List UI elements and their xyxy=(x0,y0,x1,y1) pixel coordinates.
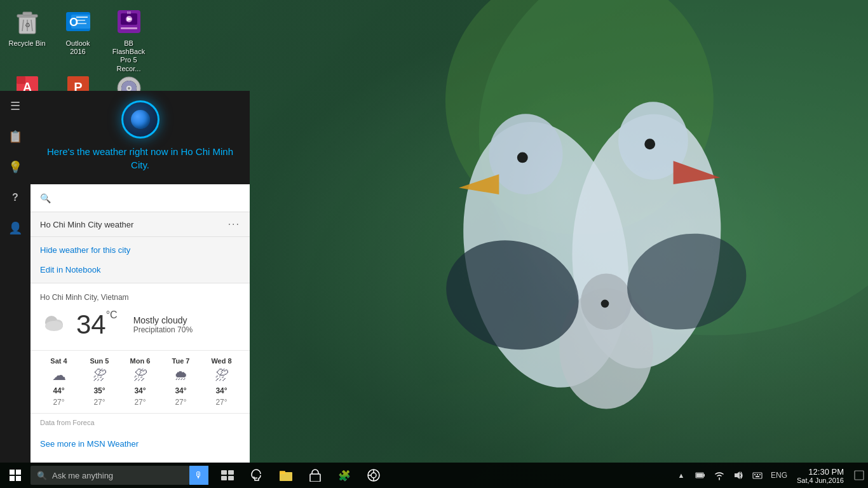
cortana-message: Here's the weather right now in Ho Chi M… xyxy=(43,145,237,172)
forecast-day-sat4-high: 44° xyxy=(53,386,64,395)
desktop-icon-bbflashback[interactable]: BB BB FlashBack Pro 5 Recor... xyxy=(105,3,153,76)
network-icon xyxy=(714,470,724,480)
forecast-day-wed8-icon: ⛈ xyxy=(215,367,229,384)
svg-rect-72 xyxy=(759,474,761,475)
see-more-msn-weather[interactable]: See more in MSN Weather xyxy=(40,439,139,449)
svg-rect-74 xyxy=(855,471,864,480)
taskbar-right: ▲ xyxy=(672,463,868,488)
notification-button[interactable] xyxy=(850,463,868,488)
volume-icon xyxy=(733,470,743,480)
current-weather-icon xyxy=(40,308,67,341)
forecast-day-wed8-high: 34° xyxy=(215,386,227,395)
forecast-day-wed8-name: Wed 8 xyxy=(211,357,231,365)
sidebar-item-interests[interactable]: 💡 xyxy=(0,152,31,182)
svg-rect-71 xyxy=(757,474,758,475)
edge-icon xyxy=(250,469,263,482)
cortana-logo xyxy=(121,100,159,139)
store-button[interactable] xyxy=(301,463,329,488)
clock[interactable]: 12:30 PM Sat,4 Jun,2016 xyxy=(792,463,849,488)
edit-notebook-button[interactable]: Edit in Notebook xyxy=(31,260,250,280)
search-icon: 🔍 xyxy=(37,471,47,480)
svg-text:♻: ♻ xyxy=(24,22,30,29)
weather-description: Mostly cloudy Precipitation 70% xyxy=(133,315,193,334)
forecast-day-wed8-low: 27° xyxy=(215,398,227,407)
cortana-search-icon: 🔍 xyxy=(40,193,51,203)
language-indicator[interactable]: ENG xyxy=(768,463,790,488)
weather-temperature: 34 xyxy=(76,309,106,340)
svg-point-15 xyxy=(644,139,655,149)
outlook-icon: O xyxy=(63,6,93,37)
weather-more-button[interactable]: ··· xyxy=(228,219,240,230)
language-label: ENG xyxy=(771,471,787,480)
weather-precipitation: Precipitation 70% xyxy=(133,325,193,334)
mic-icon: 🎙 xyxy=(194,470,203,480)
network-icon-tray[interactable] xyxy=(710,463,728,488)
search-mic-button[interactable]: 🎙 xyxy=(189,466,208,485)
weather-main: 34 °C Mostly cloudy Precipitation 70% xyxy=(40,308,240,341)
hamburger-icon: ☰ xyxy=(10,99,20,113)
battery-icon-tray[interactable] xyxy=(691,463,709,488)
sidebar-item-profile[interactable]: 👤 xyxy=(0,213,31,243)
forecast-day-sun5: Sun 5 ⛈ 35° 27° xyxy=(81,357,118,407)
chrome-button[interactable] xyxy=(360,463,388,488)
svg-rect-29 xyxy=(76,23,86,24)
svg-marker-68 xyxy=(735,471,740,479)
sidebar-item-help[interactable]: ? xyxy=(0,182,31,213)
forecast-day-sun5-name: Sun 5 xyxy=(90,357,109,365)
hide-weather-button[interactable]: Hide weather for this city xyxy=(31,240,250,260)
hamburger-menu[interactable]: ☰ xyxy=(0,91,31,121)
task-view-button[interactable] xyxy=(214,463,241,488)
svg-point-14 xyxy=(517,152,528,163)
forecast-grid: Sat 4 ☁ 44° 27° Sun 5 ⛈ 35° 27° Mon 6 ⛈ … xyxy=(40,357,240,407)
temp-display: 34 °C xyxy=(76,309,118,340)
battery-icon xyxy=(695,470,705,480)
desktop-icon-recycle-bin[interactable]: ♻ Recycle Bin xyxy=(3,3,51,76)
taskbar-center: 🧩 xyxy=(214,463,388,488)
notification-icon xyxy=(854,470,864,480)
weather-header: Ho Chi Minh City weather ··· xyxy=(31,212,250,237)
volume-icon-tray[interactable] xyxy=(729,463,747,488)
keyboard-icon xyxy=(752,470,763,480)
start-button[interactable] xyxy=(0,463,31,488)
svg-rect-34 xyxy=(121,27,137,29)
desktop-icon-outlook[interactable]: O Outlook 2016 xyxy=(54,3,102,76)
search-box[interactable]: 🔍 Ask me anything xyxy=(31,466,189,485)
svg-rect-69 xyxy=(753,473,762,478)
svg-point-48 xyxy=(45,321,63,331)
outlook-label: Outlook 2016 xyxy=(57,39,98,56)
weather-desc-main: Mostly cloudy xyxy=(133,315,193,325)
svg-text:BB: BB xyxy=(126,11,131,15)
puzzle-app-button[interactable]: 🧩 xyxy=(330,463,358,488)
cortana-search-bar[interactable]: 🔍 xyxy=(31,184,250,212)
svg-rect-28 xyxy=(76,20,85,21)
taskbar: 🔍 Ask me anything 🎙 xyxy=(0,463,868,488)
help-icon: ? xyxy=(12,192,18,203)
store-icon xyxy=(309,469,322,482)
bbflashback-label: BB FlashBack Pro 5 Recor... xyxy=(108,39,149,73)
svg-rect-51 xyxy=(10,476,15,481)
system-tray-chevron[interactable]: ▲ xyxy=(672,463,690,488)
edge-browser-button[interactable] xyxy=(243,463,271,488)
sidebar-item-notebook[interactable]: 📋 xyxy=(0,121,31,152)
forecast-day-sat4-name: Sat 4 xyxy=(50,357,67,365)
interests-icon: 💡 xyxy=(8,160,22,174)
clock-date: Sat,4 Jun,2016 xyxy=(797,477,844,484)
forecast-day-tue7-low: 27° xyxy=(175,398,186,407)
forecast-day-sun5-high: 35° xyxy=(93,386,105,395)
forecast-day-wed8: Wed 8 ⛈ 34° 27° xyxy=(203,357,240,407)
forecast-day-tue7: Tue 7 🌧 34° 27° xyxy=(162,357,200,407)
file-explorer-button[interactable] xyxy=(272,463,300,488)
svg-rect-52 xyxy=(16,476,21,481)
svg-rect-70 xyxy=(754,474,756,475)
desktop-icons-row1: ♻ Recycle Bin O Outlook 2016 xyxy=(3,3,153,76)
current-weather: Ho Chi Minh City, Vietnam 34 °C Mostly c… xyxy=(31,283,250,351)
search-placeholder: Ask me anything xyxy=(52,471,113,480)
puzzle-icon: 🧩 xyxy=(338,470,351,482)
weather-location: Ho Chi Minh City, Vietnam xyxy=(40,293,240,302)
forecast-section: Sat 4 ☁ 44° 27° Sun 5 ⛈ 35° 27° Mon 6 ⛈ … xyxy=(31,351,250,414)
svg-rect-66 xyxy=(703,474,705,477)
keyboard-icon-tray[interactable] xyxy=(749,463,766,488)
see-more-section: See more in MSN Weather xyxy=(31,431,250,459)
start-sidebar: ⌂ 📋 💡 ? 👤 xyxy=(0,91,31,463)
weather-actions: Hide weather for this city Edit in Noteb… xyxy=(31,237,250,283)
